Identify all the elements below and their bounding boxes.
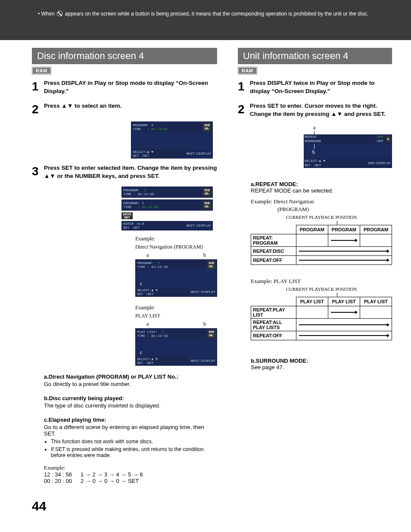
example-play-list: Example: PLAY LIST ab PLAY LIST: 2 TIME … (32, 305, 217, 366)
row-label: REPEAT:PLAY LIST (251, 306, 296, 318)
step-text-post: to select an item. (73, 103, 121, 109)
step-text-b: and press SET. (342, 111, 386, 117)
ab-labels: ab (135, 252, 217, 258)
a-mark: a (313, 124, 392, 131)
osd-set: SET :SET (137, 361, 188, 365)
desc-b-text: The type of disc currently inserted is d… (44, 402, 217, 409)
osd-program-value: 2 (158, 261, 160, 265)
prohibit-note: • When appears on the screen while a but… (11, 10, 400, 18)
repeat-table-program: Example: Direct Navigation (PROGRAM) CUR… (251, 198, 392, 265)
left-column: Disc information screen 4 RAM 1 Press DI… (0, 48, 225, 484)
step-text: Press DISPLAY in Play or Stop mode to di… (44, 79, 217, 96)
osd-illustration-1: PROGRAM: 2 TIME : 01:12:55 DVDVR▶ SELECT… (32, 121, 217, 159)
desc-a-heading: a.Direct Navigation (PROGRAM) or PLAY LI… (44, 373, 217, 380)
step-number: 2 (238, 102, 250, 118)
desc-b-heading: b.Disc currently being played: (44, 395, 217, 401)
updown-arrows-icon: ▲▼ (62, 103, 73, 109)
col-playlist: PLAY LIST (296, 297, 328, 306)
example-label: Example: (135, 236, 217, 242)
repeat-icon: ↻ (386, 136, 391, 142)
c-label: c (136, 280, 217, 288)
desc-c-note2: If SET is pressed while making entries, … (51, 446, 217, 458)
col-program: PROGRAM (328, 225, 360, 234)
step-text: Press SET to enter selected item. Change… (44, 164, 217, 180)
disc-label-row: RAM (32, 67, 217, 75)
example-time-2: 00 : 20 : 00 (44, 478, 72, 484)
step-text: Press SET to enter. Cursor moves to the … (250, 102, 392, 118)
osd-panel: PROGRAM: 2 TIME : 01:12:55 DVDVR▶ SELECT… (131, 121, 213, 159)
example-seq-1: 1 → 2 → 3 → 4 → 5 → 6 (81, 471, 143, 478)
osd-playlist-label: PLAY LIST: (137, 330, 162, 334)
right-column: Unit information screen 4 RAM 1 Press DI… (225, 48, 411, 484)
osd-time: TIME : 01:12:55 (123, 192, 200, 196)
step-number: 1 (32, 79, 44, 96)
osd-panel: ENTER :0-9 SET :SET NEXT:DISPLAY (121, 221, 213, 230)
row-label: REPEAT:DISC (251, 246, 296, 255)
osd-time-label: TIME : (123, 205, 142, 209)
cpp-label: CURRENT PLAYBACK POSITION (251, 215, 392, 220)
osd-program-label: PROGRAM: (137, 261, 158, 265)
unit-select: SELECT:▲ ▼ (305, 159, 366, 163)
osd-set: SET :SET (123, 226, 184, 230)
step-text: Press ▲▼ to select an item. (44, 102, 217, 115)
repeat-table: PLAY LIST PLAY LIST PLAY LIST REPEAT:PLA… (251, 297, 392, 340)
row-label: REPEAT:OFF (251, 331, 296, 340)
surround-heading: b.SURROUND MODE: (251, 358, 392, 364)
osd-program-value: 2 (144, 188, 146, 192)
elapsed-example: Example: 12 : 34 : 56 1 → 2 → 3 → 4 → 5 … (44, 464, 217, 484)
osd-panel: PLAY LIST: 2 TIME : 01:12:55 DVDVR▶ c SE… (135, 328, 217, 366)
example-label: Example: Direct Navigation (251, 198, 392, 205)
osd-program: PROGRAM: 2 (133, 123, 200, 127)
desc-a-text: Go directly to a preset title number. (44, 381, 217, 387)
osd-panel: PROGRAM: 2 TIME : 01:12:55 DVDVR▶ (121, 199, 213, 211)
page-number: 44 (0, 497, 411, 522)
step-text-a: Press SET to enter selected item. Change… (44, 165, 217, 171)
step-text-b: or the NUMBER keys, and press SET. (56, 173, 160, 179)
osd-select: SELECT:▲ ▼ (137, 357, 188, 361)
unit-repeat-label: REPEAT (305, 135, 317, 139)
top-note-band: • When appears on the screen while a but… (0, 0, 411, 40)
repeat-text: REPEAT MODE can be selected. (251, 187, 392, 194)
right-step-2: 2 Press SET to enter. Cursor moves to th… (238, 102, 392, 118)
row-label: REPEAT:OFF (251, 255, 296, 264)
left-section-title: Disc information screen 4 (32, 48, 217, 64)
unit-surround-label: SURROUND (305, 139, 321, 143)
osd-illustration-2: PROGRAM: 2 TIME : 01:12:55 DVDVR▶ PROGRA… (32, 187, 217, 230)
left-step-3: 3 Press SET to enter selected item. Chan… (32, 164, 217, 180)
osd-time-value: 01:12:55 (142, 205, 158, 209)
dvd-vr-badge: DVDVR▶ (203, 188, 211, 196)
osd-next: NEXT:DISPLAY (185, 223, 212, 228)
ab-labels: ab (135, 321, 217, 327)
cpp-label: CURRENT PLAYBACK POSITION (251, 286, 392, 292)
unit-set: SET :SET (305, 163, 366, 168)
step-text: Press DISPLAY twice in Play or Stop mode… (250, 79, 392, 96)
dvd-vr-badge: DVDVR▶ (207, 330, 215, 338)
osd-time: TIME : 01:12:55 (137, 265, 205, 269)
osd-time-label: TIME : (133, 127, 151, 131)
example-seq-2: 2 → 0 → 0 → 0 → SET (81, 478, 139, 484)
c-label: c (136, 348, 217, 357)
unit-surround-value: :OFF (375, 139, 383, 143)
left-step-2: 2 Press ▲▼ to select an item. (32, 102, 217, 115)
example-label: Example: PLAY LIST (251, 278, 392, 285)
desc-c-text: Go to a different scene by entering an e… (44, 424, 217, 437)
osd-program-label: PROGRAM: (123, 188, 144, 192)
example-label: Example: (135, 305, 217, 311)
repeat-table: PROGRAM PROGRAM PROGRAM REPEAT: PROGRAM … (251, 225, 392, 265)
osd-select: SELECT:▲ ▼ (137, 288, 188, 292)
osd-enter: ENTER :0-9 (123, 222, 184, 226)
desc-b: b.Disc currently being played: The type … (32, 395, 217, 409)
repeat-heading: a.REPEAT MODE: (251, 181, 392, 187)
osd-panel: PROGRAM: 2 TIME : 01:12:55 DVDVR▶ (121, 187, 213, 198)
osd-time: TIME : 01:12:55 (137, 334, 205, 338)
step-number: 1 (238, 79, 250, 96)
col-program: PROGRAM (296, 225, 328, 234)
left-step-1: 1 Press DISPLAY in Play or Stop mode to … (32, 79, 217, 96)
disc-label-row: RAM (238, 67, 392, 75)
row-label: REPEAT: PROGRAM (251, 234, 296, 246)
prohibit-icon (57, 11, 62, 16)
dvd-vr-badge: DVDVR▶ (203, 123, 211, 131)
example-caption: Direct Navigation (PROGRAM) (135, 244, 217, 250)
note-prefix: • When (38, 11, 56, 17)
desc-c-note1: This function does not work with some di… (51, 439, 217, 445)
